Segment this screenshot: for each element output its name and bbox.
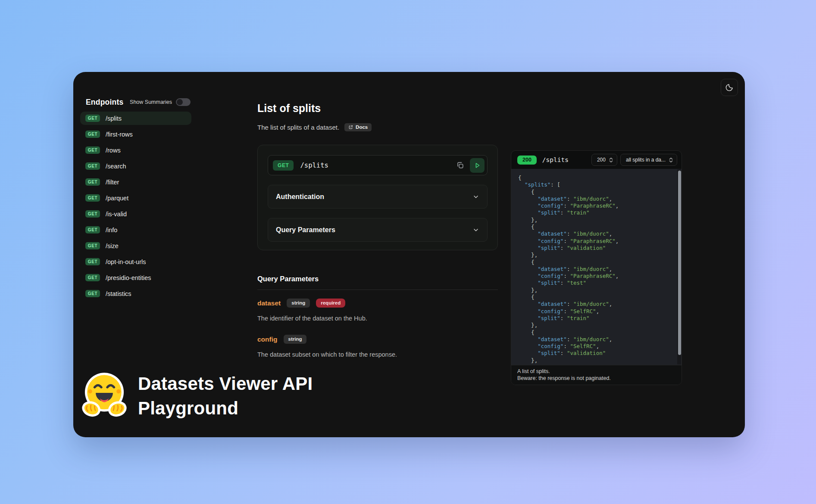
response-description: A list of splits. Beware: the response i…	[511, 365, 682, 385]
endpoint-path-label: /rows	[106, 147, 121, 154]
authentication-section-toggle[interactable]: Authentication	[268, 185, 488, 208]
request-url-bar: GET /splits	[268, 155, 488, 175]
theme-toggle-button[interactable]	[721, 79, 738, 96]
response-status-badge: 200	[517, 156, 537, 165]
response-json: { "splits": [ { "dataset": "ibm/duorc", …	[511, 169, 682, 364]
sidebar-item-splits[interactable]: GET/splits	[80, 112, 191, 125]
play-icon	[473, 162, 481, 169]
docs-button[interactable]: Docs	[344, 123, 372, 131]
toggle-knob	[177, 99, 183, 105]
response-panel: 200 /splits 200 all splits in a da... { …	[511, 150, 682, 385]
endpoint-path-label: /parquet	[106, 195, 128, 202]
param-name: dataset	[257, 299, 281, 307]
updown-chevron-icon	[609, 157, 613, 163]
method-badge: GET	[85, 178, 100, 186]
external-link-icon	[348, 125, 353, 130]
method-badge: GET	[85, 131, 100, 138]
response-header: 200 /splits 200 all splits in a da...	[511, 151, 682, 169]
param-description: The dataset subset on which to filter th…	[257, 351, 498, 358]
param-row-config: config string	[257, 335, 498, 344]
status-code-select[interactable]: 200	[591, 154, 617, 166]
app-branding: Datasets Viewer API Playground	[82, 370, 313, 421]
request-panel: GET /splits	[257, 145, 498, 250]
endpoint-path-label: /splits	[106, 115, 122, 122]
endpoint-path-label: /first-rows	[106, 131, 133, 138]
param-description: The identifier of the dataset on the Hub…	[257, 315, 498, 322]
sidebar-header: Endpoints Show Summaries	[80, 97, 191, 107]
endpoint-path-label: /is-valid	[106, 211, 127, 218]
sidebar-item-opt-in-out-urls[interactable]: GET/opt-in-out-urls	[80, 255, 191, 268]
sidebar-title: Endpoints	[86, 98, 123, 107]
method-badge: GET	[85, 115, 100, 122]
divider	[257, 289, 498, 290]
param-row-dataset: dataset string required	[257, 299, 498, 308]
method-badge: GET	[85, 210, 100, 218]
app-title-line2: Playground	[138, 398, 238, 418]
endpoint-description: The list of splits of a dataset.	[257, 124, 339, 131]
sidebar-item-filter[interactable]: GET/filter	[80, 175, 191, 189]
app-title: Datasets Viewer API Playground	[138, 371, 313, 420]
endpoint-list: GET/splitsGET/first-rowsGET/rowsGET/sear…	[80, 112, 191, 303]
main-content: List of splits The list of splits of a d…	[257, 102, 498, 358]
show-summaries-label: Show Summaries	[130, 99, 172, 105]
response-body-scroll-area[interactable]: { "splits": [ { "dataset": "ibm/duorc", …	[511, 169, 682, 365]
query-parameters-heading: Query Parameters	[257, 275, 498, 283]
method-badge: GET	[85, 258, 100, 265]
scrollbar-thumb[interactable]	[678, 171, 681, 355]
query-parameters-label: Query Parameters	[276, 226, 335, 234]
chevron-down-icon	[472, 227, 479, 233]
request-path-label: /splits	[300, 162, 453, 169]
example-select[interactable]: all splits in a da...	[620, 154, 677, 166]
run-request-button[interactable]	[470, 158, 485, 173]
response-note-line: A list of splits.	[517, 368, 675, 375]
show-summaries-toggle[interactable]	[176, 98, 191, 106]
param-name: config	[257, 336, 278, 343]
method-badge: GET	[85, 242, 100, 249]
param-type-badge: string	[284, 335, 307, 344]
chevron-down-icon	[472, 193, 479, 200]
endpoint-path-label: /opt-in-out-urls	[106, 258, 146, 265]
param-type-badge: string	[287, 299, 310, 308]
sidebar-item-parquet[interactable]: GET/parquet	[80, 191, 191, 205]
method-badge: GET	[85, 146, 100, 154]
endpoint-path-label: /search	[106, 163, 126, 170]
copy-icon	[456, 161, 464, 169]
sidebar-item-statistics[interactable]: GET/statistics	[80, 287, 191, 300]
authentication-label: Authentication	[276, 193, 324, 201]
example-select-value: all splits in a da...	[626, 157, 666, 163]
sidebar-item-info[interactable]: GET/info	[80, 223, 191, 236]
endpoint-path-label: /filter	[106, 179, 119, 186]
sidebar-item-presidio-entities[interactable]: GET/presidio-entities	[80, 271, 191, 284]
sidebar-item-size[interactable]: GET/size	[80, 239, 191, 252]
method-badge: GET	[85, 226, 100, 233]
sidebar-item-is-valid[interactable]: GET/is-valid	[80, 207, 191, 221]
request-method-badge: GET	[273, 160, 294, 171]
response-note-line: Beware: the response is not paginated.	[517, 375, 675, 382]
endpoint-path-label: /presidio-entities	[106, 274, 151, 281]
param-required-badge: required	[316, 299, 345, 308]
endpoint-path-label: /statistics	[106, 290, 131, 297]
page-title: List of splits	[257, 102, 498, 115]
method-badge: GET	[85, 290, 100, 297]
sidebar-item-search[interactable]: GET/search	[80, 159, 191, 173]
method-badge: GET	[85, 194, 100, 202]
endpoint-path-label: /size	[106, 243, 119, 249]
moon-icon	[725, 83, 734, 92]
app-title-line1: Datasets Viewer API	[138, 373, 313, 394]
hugging-face-icon	[82, 370, 127, 421]
method-badge: GET	[85, 274, 100, 281]
updown-chevron-icon	[669, 157, 673, 163]
app-card: Endpoints Show Summaries GET/splitsGET/f…	[73, 72, 745, 437]
sidebar-item-first-rows[interactable]: GET/first-rows	[80, 128, 191, 141]
status-code-select-value: 200	[597, 157, 606, 163]
endpoint-path-label: /info	[106, 227, 117, 233]
copy-button[interactable]	[453, 158, 467, 173]
sidebar-item-rows[interactable]: GET/rows	[80, 143, 191, 157]
response-path-label: /splits	[542, 156, 591, 163]
query-parameters-section-toggle[interactable]: Query Parameters	[268, 218, 488, 242]
method-badge: GET	[85, 162, 100, 170]
docs-button-label: Docs	[356, 124, 368, 130]
